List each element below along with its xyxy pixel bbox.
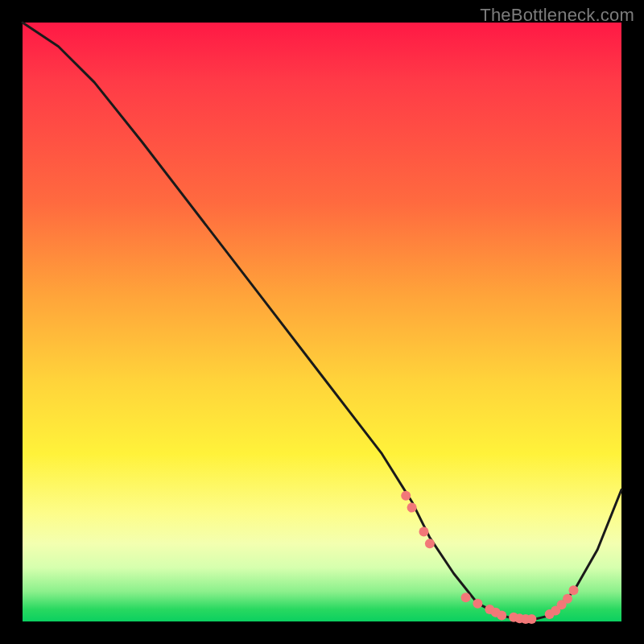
data-marker <box>461 592 471 602</box>
data-marker <box>569 585 579 595</box>
curve-path <box>23 23 621 621</box>
data-marker <box>473 599 482 609</box>
data-marker <box>526 614 536 624</box>
bottleneck-curve <box>23 23 621 621</box>
data-marker <box>401 491 411 501</box>
data-marker <box>497 611 506 621</box>
chart-frame: TheBottleneck.com <box>0 0 644 644</box>
data-marker <box>563 594 572 604</box>
data-marker <box>425 539 435 548</box>
data-marker <box>419 526 429 536</box>
data-marker <box>407 503 417 513</box>
plot-area <box>23 23 621 621</box>
